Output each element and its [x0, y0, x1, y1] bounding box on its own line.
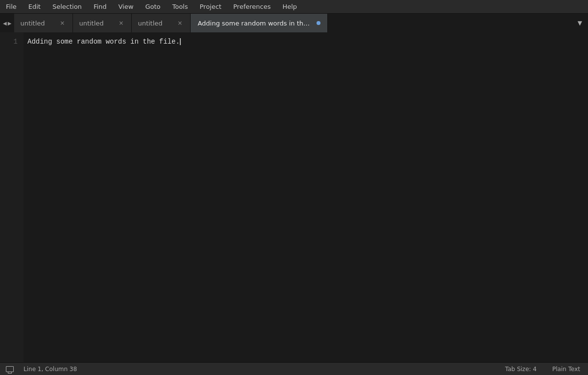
- status-tab-size[interactable]: Tab Size: 4: [503, 366, 539, 373]
- line-numbers: 1: [0, 32, 24, 362]
- status-bar: Line 1, Column 38 Tab Size: 4 Plain Text: [0, 362, 588, 375]
- tab-bar: ◀ ▶ untitled × untitled × untitled × Add…: [0, 14, 588, 32]
- status-syntax[interactable]: Plain Text: [550, 366, 582, 373]
- status-position[interactable]: Line 1, Column 38: [22, 366, 79, 373]
- tab-3-close[interactable]: ×: [175, 19, 184, 27]
- menu-tools[interactable]: Tools: [170, 2, 190, 11]
- tab-nav-left-arrow[interactable]: ◀: [3, 21, 7, 26]
- tab-1-label: untitled: [20, 20, 54, 27]
- tab-2[interactable]: untitled ×: [73, 14, 132, 32]
- menu-find[interactable]: Find: [92, 2, 109, 11]
- editor-line-1: Adding some random words in the file.: [27, 36, 584, 47]
- tab-1-close[interactable]: ×: [58, 19, 67, 27]
- menu-file[interactable]: File: [4, 2, 19, 11]
- line-number-1: 1: [0, 36, 18, 47]
- tab-3-label: untitled: [138, 20, 172, 27]
- tab-modified-dot: [317, 21, 320, 25]
- menu-selection[interactable]: Selection: [50, 2, 84, 11]
- menu-help[interactable]: Help: [280, 2, 299, 11]
- status-right: Tab Size: 4 Plain Text: [503, 366, 582, 373]
- editor-content[interactable]: Adding some random words in the file.: [24, 32, 588, 362]
- monitor-icon: [6, 366, 14, 372]
- text-cursor: [180, 38, 181, 45]
- tab-2-label: untitled: [79, 20, 113, 27]
- tab-active-label: Adding some random words in the file.: [197, 20, 313, 27]
- menu-project[interactable]: Project: [197, 2, 223, 11]
- tab-dropdown-arrow[interactable]: ▼: [576, 18, 584, 28]
- editor-line-1-text: Adding some random words in the file.: [27, 36, 180, 47]
- tab-nav-right-arrow[interactable]: ▶: [8, 21, 12, 26]
- tab-active[interactable]: Adding some random words in the file.: [191, 14, 328, 32]
- menu-view[interactable]: View: [117, 2, 136, 11]
- tab-3[interactable]: untitled ×: [132, 14, 191, 32]
- menu-preferences[interactable]: Preferences: [231, 2, 272, 11]
- menu-edit[interactable]: Edit: [26, 2, 43, 11]
- editor-area: 1 Adding some random words in the file.: [0, 32, 588, 362]
- status-left: Line 1, Column 38: [6, 366, 79, 373]
- tab-nav-arrows[interactable]: ◀ ▶: [0, 14, 14, 32]
- tab-bar-right: ▼: [572, 14, 588, 32]
- tab-2-close[interactable]: ×: [117, 19, 125, 27]
- menu-goto[interactable]: Goto: [143, 2, 162, 11]
- tab-1[interactable]: untitled ×: [14, 14, 73, 32]
- menu-bar: File Edit Selection Find View Goto Tools…: [0, 0, 588, 14]
